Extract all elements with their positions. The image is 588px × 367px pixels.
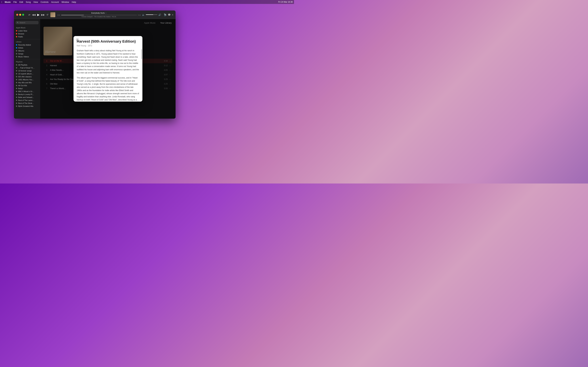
playlist-12-label: Best of The Lamo… [18, 99, 34, 101]
playlist-13-dot [16, 103, 17, 104]
search-input[interactable] [19, 22, 37, 24]
modal-scrollbar-thumb [141, 49, 142, 59]
sidebar-item-albums[interactable]: Albums [14, 49, 40, 52]
airplay-icon[interactable]: 📡 [164, 13, 166, 16]
sidebar-item-playlist-14[interactable]: Björk Greatest Hits [14, 105, 40, 108]
sidebar-item-playlist-9[interactable]: BBC 6 Music's Gr… [14, 90, 40, 93]
main-content: Apple Music Your Library Harvest ALBUM H… [40, 19, 175, 119]
volume-bar[interactable] [146, 14, 157, 15]
playlists-section-label: Playlists [14, 60, 40, 63]
sidebar-item-playlist-6[interactable]: Airy 80s and 90s [14, 81, 40, 84]
menu-edit[interactable]: Edit [19, 1, 23, 3]
sidebar-item-playlist-12[interactable]: Best of The Lamo… [14, 99, 40, 102]
playlist-14-label: Björk Greatest Hits [18, 105, 33, 107]
sidebar-item-listen-now[interactable]: Listen Now [14, 29, 40, 32]
modal-scrollbar[interactable] [141, 49, 142, 100]
listen-now-label: Listen Now [18, 30, 27, 32]
browse-dot [16, 33, 17, 34]
menu-help[interactable]: Help [72, 1, 76, 3]
clock: Fri 24 Mar 16:38 [278, 1, 293, 3]
music-window: ⇄ ◀◀ ▶ ▶▶ ↺ Everybody Hurts ··· 9:02 5:1… [14, 10, 175, 119]
menu-song[interactable]: Song [26, 1, 31, 3]
playlist-6-label: Airy 80s and 90s [18, 82, 32, 83]
menu-bar-right: Fri 24 Mar 16:38 [278, 1, 293, 3]
modal-title: Harvest (50th Anniversary Edition) [77, 39, 139, 44]
playlist-11-dot [16, 97, 17, 98]
playlist-14-dot [16, 106, 17, 107]
sidebar-item-playlist-11[interactable]: Belle and Sebasti… [14, 96, 40, 99]
close-button[interactable] [16, 14, 18, 16]
play-button[interactable]: ▶ [37, 13, 40, 17]
playlist-1-dot [16, 67, 17, 68]
volume-low-icon: 🔈 [142, 13, 145, 16]
player-progress-fill [61, 15, 84, 15]
playlist-4-dot [16, 76, 17, 77]
albums-label: Albums [18, 50, 24, 52]
sidebar: 🔍 Apple Music Listen Now Browse Radio Li… [14, 19, 40, 119]
menu-window[interactable]: Window [61, 1, 69, 3]
playlist-5-dot [16, 79, 17, 80]
player-progress-bar[interactable] [61, 15, 137, 15]
shuffle-button[interactable]: ⇄ [28, 13, 30, 16]
artists-dot [16, 47, 17, 49]
volume-high-icon: 🔊 [158, 13, 161, 16]
sidebar-item-songs[interactable]: Songs [14, 52, 40, 55]
modal-body: Graham Nash tells a story about visiting… [73, 49, 142, 101]
menu-music[interactable]: Music [5, 1, 11, 3]
search-bar[interactable]: 🔍 [16, 21, 39, 24]
playlist-2-dot [16, 70, 17, 71]
sidebar-item-music-videos[interactable]: Music Videos [14, 55, 40, 58]
playlist-10-label: Becky's Lovely Pl… [18, 93, 34, 95]
songs-label: Songs [18, 53, 23, 55]
prev-button[interactable]: ◀◀ [32, 13, 36, 16]
recently-added-label: Recently Added [18, 44, 31, 46]
modal-paragraph-1: Graham Nash tells a story about visiting… [77, 49, 139, 74]
menu-controls[interactable]: Controls [41, 1, 48, 3]
sidebar-item-playlist-2[interactable]: 10 forever songs [14, 69, 40, 72]
sidebar-item-playlist-13[interactable]: Best of The Strok… [14, 102, 40, 105]
apple-menu[interactable]:  [1, 1, 2, 3]
playlist-7-label: All Out 60s [18, 84, 27, 86]
menu-file[interactable]: File [13, 1, 17, 3]
sidebar-item-playlist-4[interactable]: 50's film classics [14, 75, 40, 78]
modal-paragraph-2: The album gave Young his biggest commerc… [77, 76, 139, 101]
sidebar-item-recently-added[interactable]: Recently Added [14, 43, 40, 46]
sidebar-item-playlist-7[interactable]: All Out 60s [14, 84, 40, 87]
playlist-8-label: Baby! [18, 87, 23, 90]
sidebar-item-all-playlists[interactable]: All Playlists [14, 63, 40, 66]
lyrics-icon[interactable]: 💬 [168, 13, 171, 16]
menu-view[interactable]: View [33, 1, 38, 3]
sidebar-item-playlist-8[interactable]: Baby! [14, 87, 40, 90]
volume-controls: 🔈 🔊 [142, 13, 161, 16]
queue-icon[interactable]: ≡ [172, 13, 173, 16]
player-track-title: Everybody Hurts ··· [91, 12, 107, 14]
repeat-button[interactable]: ↺ [46, 13, 48, 16]
playlist-3-label: 10 superb album… [18, 73, 34, 75]
minimize-button[interactable] [19, 14, 21, 16]
player-time-current: 9:02 [57, 14, 60, 16]
menu-bar:  Music File Edit Song View Controls Acc… [0, 0, 294, 4]
library-section-label: Library [14, 40, 40, 43]
maximize-button[interactable] [22, 14, 24, 16]
next-button[interactable]: ▶▶ [41, 13, 45, 16]
radio-label: Radio [18, 36, 23, 38]
modal-overlay[interactable]: ✕ Harvest (50th Anniversary Edition) Nei… [40, 19, 175, 119]
sidebar-item-playlist-3[interactable]: 10 superb album… [14, 72, 40, 75]
recently-added-dot [16, 44, 17, 46]
sidebar-item-radio[interactable]: Radio [14, 35, 40, 38]
playlist-4-label: 50's film classics [18, 76, 32, 78]
playlist-8-dot [16, 88, 17, 89]
modal-close-button[interactable]: ✕ [76, 38, 79, 41]
music-videos-dot [16, 56, 17, 57]
player-controls: ⇄ ◀◀ ▶ ▶▶ ↺ [28, 13, 48, 17]
player-track-sub: Forever Delayed – The Greatest Hits Stat… [82, 16, 116, 17]
sidebar-item-artists[interactable]: Artists [14, 46, 40, 49]
sidebar-item-browse[interactable]: Browse [14, 32, 40, 35]
menu-account[interactable]: Account [51, 1, 59, 3]
sidebar-item-playlist-10[interactable]: Becky's Lovely Pl… [14, 93, 40, 96]
radio-dot [16, 36, 17, 37]
playlist-5-label: 1001 Albums You… [18, 79, 34, 81]
sidebar-item-playlist-5[interactable]: 1001 Albums You… [14, 78, 40, 81]
playlist-2-label: 10 forever songs [18, 70, 32, 72]
sidebar-item-playlist-1[interactable]: …Trail of Dead "H… [14, 66, 40, 69]
